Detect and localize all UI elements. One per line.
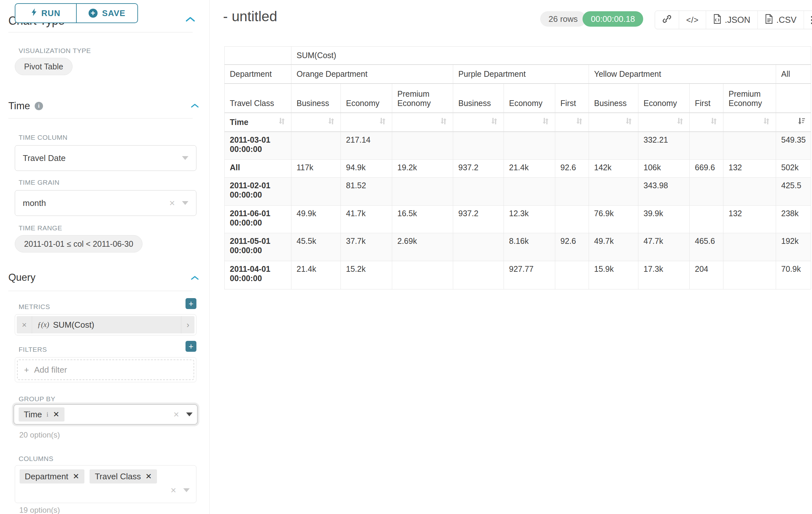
- add-metric-button[interactable]: +: [185, 298, 196, 309]
- pivot-cell: 16.5k: [392, 206, 453, 233]
- menu-button[interactable]: [804, 11, 812, 29]
- clear-icon[interactable]: ×: [173, 410, 179, 419]
- metrics-label: METRICS: [19, 303, 50, 310]
- query-section-collapse[interactable]: [191, 276, 199, 281]
- pivot-cell: 21.4k: [291, 261, 341, 290]
- pivot-cell: 106k: [638, 160, 690, 178]
- file-code-icon: [713, 14, 722, 26]
- run-button-label: RUN: [41, 8, 60, 18]
- pivot-cell: [690, 178, 723, 206]
- remove-chip-icon[interactable]: ✕: [73, 472, 79, 481]
- row-count-badge: 26 rows: [540, 11, 586, 27]
- pivot-sort-cell: [589, 113, 638, 132]
- save-button-label: SAVE: [102, 8, 125, 18]
- sort-updown-icon[interactable]: [278, 117, 286, 127]
- export-csv-button[interactable]: .CSV: [757, 11, 804, 29]
- time-section-collapse[interactable]: [191, 104, 199, 109]
- pivot-sort-cell: [453, 113, 504, 132]
- sort-descending-icon[interactable]: [797, 117, 806, 127]
- chevron-up-icon[interactable]: [185, 17, 195, 23]
- pivot-cell: 117k: [291, 160, 341, 178]
- plus-circle-icon: +: [89, 9, 97, 18]
- pivot-col-header: Business: [453, 83, 504, 113]
- sort-updown-icon[interactable]: [625, 117, 633, 127]
- remove-chip-icon[interactable]: ✕: [53, 410, 59, 419]
- pivot-col-group-header: All: [776, 64, 811, 83]
- pivot-cell: 21.4k: [504, 160, 555, 178]
- file-lines-icon: [765, 14, 773, 26]
- pivot-cell: 45.5k: [291, 233, 341, 261]
- pivot-cell: 94.9k: [341, 160, 392, 178]
- time-column-select[interactable]: Travel Date: [15, 145, 196, 171]
- remove-metric-icon[interactable]: ×: [17, 316, 32, 333]
- sort-updown-icon[interactable]: [378, 117, 387, 127]
- pivot-col-header: First: [690, 83, 723, 113]
- pivot-cell: [291, 132, 341, 160]
- columns-select[interactable]: Department ✕ Travel Class ✕ ×: [15, 465, 196, 503]
- pivot-cell: [723, 132, 776, 160]
- pivot-cell: [504, 132, 555, 160]
- section-divider: [8, 32, 193, 32]
- save-button[interactable]: + SAVE: [76, 4, 137, 23]
- sort-updown-icon[interactable]: [676, 117, 684, 127]
- pivot-cell: 92.6: [555, 233, 589, 261]
- sort-updown-icon[interactable]: [709, 117, 718, 127]
- view-query-button[interactable]: </>: [679, 11, 706, 29]
- sort-updown-icon[interactable]: [762, 117, 771, 127]
- pivot-row-header: 2011-04-01 00:00:00: [225, 261, 291, 290]
- pivot-table: SUM(Cost)DepartmentOrange DepartmentPurp…: [224, 46, 811, 290]
- pivot-col-group-header: Purple Department: [453, 64, 589, 83]
- pivot-cell: [690, 206, 723, 233]
- metric-chip[interactable]: × ƒ(x) SUM(Cost) ›: [17, 316, 195, 333]
- time-range-value[interactable]: 2011-01-01 ≤ col < 2011-06-30: [15, 235, 143, 252]
- sort-updown-icon[interactable]: [439, 117, 448, 127]
- pivot-row-header: 2011-05-01 00:00:00: [225, 233, 291, 261]
- pivot-col-group-header: Orange Department: [291, 64, 453, 83]
- add-filter-dropzone[interactable]: + Add filter: [17, 359, 194, 380]
- pivot-cell: 549.35: [776, 132, 811, 160]
- pivot-cell: [392, 132, 453, 160]
- chevron-right-icon[interactable]: ›: [181, 316, 195, 333]
- pivot-cell: [504, 178, 555, 206]
- pivot-corner-cell: [225, 47, 291, 64]
- share-link-button[interactable]: [655, 11, 679, 29]
- group-by-chip[interactable]: Time i ✕: [19, 407, 64, 422]
- visualization-type-value[interactable]: Pivot Table: [15, 58, 72, 75]
- columns-chip[interactable]: Department ✕: [20, 469, 84, 484]
- link-icon: [662, 14, 672, 26]
- export-json-button[interactable]: .JSON: [706, 11, 757, 29]
- chart-panel: - untitled 26 rows 00:00:00.18 </> .JSON…: [210, 0, 812, 514]
- pivot-cell: 502k: [776, 160, 811, 178]
- pivot-col-header: Economy: [341, 83, 392, 113]
- sort-updown-icon[interactable]: [542, 117, 550, 127]
- sort-updown-icon[interactable]: [490, 117, 498, 127]
- table-row: 2011-04-01 00:00:0021.4k15.2k927.7715.9k…: [225, 261, 811, 290]
- pivot-cell: 12.3k: [504, 206, 555, 233]
- time-column-value: Travel Date: [23, 153, 65, 163]
- run-save-button-group: RUN + SAVE: [15, 3, 138, 23]
- columns-chip[interactable]: Travel Class ✕: [90, 469, 157, 484]
- sort-updown-icon[interactable]: [575, 117, 583, 127]
- time-grain-select[interactable]: month ×: [15, 190, 196, 216]
- pivot-cell: 76.9k: [589, 206, 638, 233]
- pivot-sort-cell: [392, 113, 453, 132]
- section-divider: [8, 291, 193, 291]
- clear-icon[interactable]: ×: [170, 485, 176, 495]
- pivot-cell: 19.2k: [392, 160, 453, 178]
- run-button[interactable]: RUN: [16, 4, 76, 23]
- chart-title[interactable]: - untitled: [223, 8, 277, 24]
- pivot-cell: [453, 261, 504, 290]
- remove-chip-icon[interactable]: ✕: [145, 472, 152, 481]
- control-panel: Chart Type RUN + SAVE VISUALIZATION TYPE…: [0, 0, 210, 514]
- table-row: 2011-03-01 00:00:00217.14332.21549.35: [225, 132, 811, 160]
- sort-updown-icon[interactable]: [327, 117, 336, 127]
- add-filter-button[interactable]: +: [185, 341, 196, 352]
- pivot-cell: [555, 206, 589, 233]
- pivot-cell: [723, 233, 776, 261]
- pivot-cell: 343.98: [638, 178, 690, 206]
- pivot-cell: [453, 233, 504, 261]
- pivot-col-header: Economy: [504, 83, 555, 113]
- group-by-select[interactable]: Time i ✕ ×: [13, 404, 198, 425]
- clear-icon[interactable]: ×: [169, 198, 175, 208]
- pivot-sort-cell: [291, 113, 341, 132]
